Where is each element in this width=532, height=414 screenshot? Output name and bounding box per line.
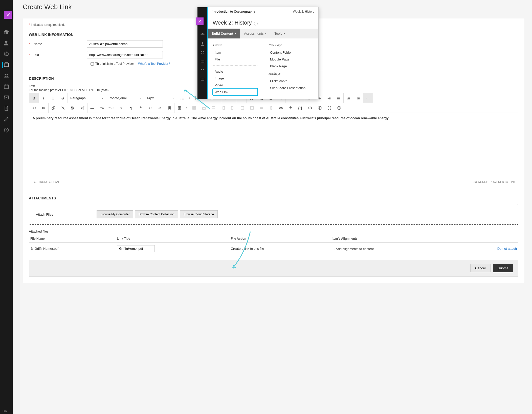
table-button[interactable] [174,103,184,113]
pilcrow-button[interactable]: ¶ [126,103,136,113]
subscript-button[interactable]: X2 [39,103,48,113]
bold-button[interactable]: B [29,93,39,103]
add-content-button[interactable] [334,103,344,113]
svg-point-10 [181,99,181,99]
row-after-button[interactable] [209,103,218,113]
mini-institution-icon[interactable] [200,33,205,38]
underline-button[interactable]: U [48,93,58,103]
preview-button[interactable] [305,103,315,113]
tool-provider-help-link[interactable]: What's a Tool Provider? [138,62,170,66]
hr-button[interactable]: — [87,103,97,113]
menu-blank-page[interactable]: Blank Page [269,63,313,70]
menu-item[interactable]: Item [213,49,257,56]
alignments-checkbox[interactable] [332,247,335,250]
font-size-select[interactable]: 14px▾ [144,93,177,103]
mini-calendar-icon[interactable] [200,77,205,82]
nav-courses-icon[interactable] [2,62,9,68]
math-button[interactable]: √ [116,103,126,113]
cancel-button[interactable]: Cancel [470,264,491,272]
delete-col-button[interactable] [266,103,276,113]
submit-button[interactable]: Submit [493,264,513,272]
superscript-button[interactable]: X2 [29,103,39,113]
browse-computer-button[interactable]: Browse My Computer [97,210,133,218]
browse-collection-button[interactable]: Browse Content Collection [135,210,178,218]
menu-audio[interactable]: Audio [213,68,257,75]
bullet-list-button[interactable] [177,93,187,103]
block-format-select[interactable]: Paragraph▾ [68,93,106,103]
delete-row-button[interactable] [257,103,266,113]
special-char-button[interactable]: Ω [145,103,155,113]
popover-close-button[interactable] [196,17,204,25]
nav-institution-icon[interactable] [4,29,9,36]
tab-build-content[interactable]: Build Content▾ [208,29,240,38]
menu-module-page[interactable]: Module Page [269,56,313,63]
tab-assessments[interactable]: Assessments▾ [240,29,270,38]
editor-content[interactable]: A preliminary resource assessment is mad… [29,113,518,179]
do-not-attach-link[interactable]: Do not attach [497,247,517,251]
emoji-button[interactable]: ☺ [155,103,165,113]
col-before-button[interactable] [218,103,228,113]
table-caret[interactable]: ▾ [184,103,189,113]
ltr-button[interactable]: ¶▸ [68,103,78,113]
url-input[interactable] [87,51,163,58]
unlink-button[interactable] [58,103,68,113]
code-sample-button[interactable]: {;} [295,103,305,113]
more-button[interactable]: ··· [363,93,373,103]
nav-document-icon[interactable] [4,106,9,112]
nav-profile-icon[interactable] [4,40,9,47]
menu-video[interactable]: Video [213,82,257,89]
nav-back-icon[interactable] [4,127,9,134]
menu-web-link[interactable]: Web Link [213,89,257,95]
menu-flickr[interactable]: Flickr Photo [269,78,313,85]
split-cells-button[interactable] [247,103,257,113]
indent-button[interactable] [344,93,353,103]
align-right-button[interactable] [324,93,334,103]
nav-compose-icon[interactable] [4,116,9,123]
bullet-list-caret[interactable]: ▾ [187,93,192,103]
element-path[interactable]: P » STRONG » SPAN [32,180,59,183]
name-input[interactable] [87,40,163,48]
tool-provider-checkbox[interactable] [91,62,94,66]
italic-button[interactable]: I [39,93,48,103]
link-button[interactable] [49,103,58,113]
nav-groups-icon[interactable] [4,73,9,79]
menu-file[interactable]: File [213,56,257,63]
table-delete-button[interactable] [189,103,199,113]
anchor-button[interactable] [165,103,174,113]
merge-cells-button[interactable] [237,103,247,113]
help-button[interactable]: ℹ [315,103,324,113]
outdent-button[interactable] [353,93,363,103]
align-justify-button[interactable] [334,93,343,103]
mini-globe-icon[interactable] [200,50,205,56]
mini-profile-icon[interactable] [200,42,205,47]
mini-courses-icon[interactable] [200,59,205,65]
browse-cloud-button[interactable]: Browse Cloud Storage [180,210,218,218]
strike-button[interactable]: S [58,93,68,103]
link-title-input[interactable] [117,245,155,252]
nav-globe-icon[interactable] [4,51,9,57]
mini-groups-icon[interactable] [200,68,205,73]
fullscreen-button[interactable] [324,103,334,113]
nav-messages-icon[interactable] [4,95,9,101]
visibility-icon[interactable]: ◯ [253,21,258,25]
rtl-button[interactable]: ◂¶ [78,103,87,113]
menu-image[interactable]: Image [213,75,257,82]
spellcheck-button[interactable]: ᴬᴮC✓ [107,103,116,113]
abbr-button[interactable]: ᴬᴮC [97,103,107,113]
code-button[interactable]: <> [276,103,286,113]
menu-slideshare[interactable]: SlideShare Presentation [269,85,313,91]
quote-button[interactable]: ❝ [136,103,145,113]
row-before-button[interactable] [199,103,209,113]
nav-calendar-icon[interactable] [4,84,9,90]
close-panel-button[interactable] [4,11,12,19]
global-nav-rail [0,0,13,414]
accessibility-button[interactable] [286,103,295,113]
font-family-select[interactable]: Roboto,Arial...▾ [106,93,144,103]
svg-point-3 [5,74,6,76]
tab-tools[interactable]: Tools▾ [271,29,289,38]
crumb-page[interactable]: Week 2: History [293,10,314,13]
menu-content-folder[interactable]: Content Folder [269,49,313,56]
col-after-button[interactable] [228,103,237,113]
attach-dropzone[interactable]: Attach Files Browse My Computer Browse C… [29,204,518,225]
crumb-course[interactable]: Introduction to Oceanography [212,10,255,13]
